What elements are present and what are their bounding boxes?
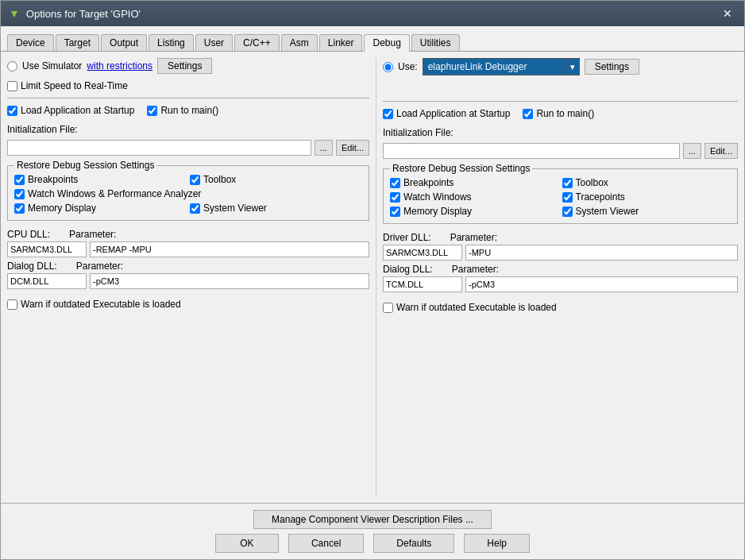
debugger-dropdown-btn[interactable]: ▼ (566, 58, 580, 75)
breakpoints-row-left: Breakpoints (14, 174, 187, 185)
memory-display-checkbox-left[interactable] (14, 203, 25, 214)
tab-linker[interactable]: Linker (319, 34, 363, 51)
init-file-row-right: ... Edit... (383, 143, 738, 159)
breakpoints-label-right: Breakpoints (403, 177, 454, 188)
warn-row-left: Warn if outdated Executable is loaded (7, 299, 369, 310)
watch-windows-checkbox-right[interactable] (390, 192, 400, 203)
restore-group-title-left: Restore Debug Session Settings (14, 160, 156, 171)
use-debugger-radio[interactable] (383, 62, 393, 72)
warn-label-right: Warn if outdated Executable is loaded (396, 302, 557, 313)
dialog-param-input-left[interactable] (90, 273, 369, 289)
tab-asm[interactable]: Asm (281, 34, 318, 51)
dialog-dll-input-left[interactable] (7, 273, 87, 289)
watch-windows-checkbox-left[interactable] (14, 189, 25, 199)
breakpoints-checkbox-right[interactable] (390, 178, 400, 188)
toolbox-row-left: Toolbox (190, 174, 362, 185)
run-to-main-row-right: Run to main() (523, 108, 594, 119)
tab-user[interactable]: User (195, 34, 233, 51)
init-file-label-right: Initialization File: (383, 127, 738, 138)
memory-display-row-right: Memory Display (390, 206, 559, 217)
bottom-bar: Manage Component Viewer Description File… (1, 503, 744, 559)
toolbox-label-right: Toolbox (576, 177, 608, 188)
breakpoints-checkbox-left[interactable] (14, 175, 25, 185)
two-column-layout: Use Simulator with restrictions Settings… (7, 58, 738, 496)
load-app-checkbox-left[interactable] (7, 106, 17, 116)
use-simulator-radio[interactable] (7, 61, 17, 71)
toolbox-checkbox-right[interactable] (562, 178, 573, 188)
dialog-dll-input-right[interactable] (383, 276, 462, 292)
init-browse-left[interactable]: ... (315, 140, 333, 156)
init-browse-right[interactable]: ... (683, 143, 701, 159)
load-app-label-right: Load Application at Startup (396, 108, 510, 119)
system-viewer-checkbox-right[interactable] (562, 207, 573, 217)
right-column: Use: elaphureLink Debugger ▼ Settings (376, 58, 738, 496)
tab-cpp[interactable]: C/C++ (234, 34, 280, 51)
memory-display-label-left: Memory Display (28, 203, 96, 214)
watch-windows-label-left: Watch Windows & Performance Analyzer (28, 188, 201, 199)
tab-utilities[interactable]: Utilities (411, 34, 460, 51)
system-viewer-checkbox-left[interactable] (190, 203, 200, 214)
simulator-row: Use Simulator with restrictions Settings (7, 58, 369, 74)
tab-device[interactable]: Device (7, 34, 54, 51)
limit-speed-checkbox[interactable] (7, 81, 17, 91)
run-to-main-checkbox-right[interactable] (523, 109, 533, 119)
tab-debug[interactable]: Debug (364, 34, 409, 52)
warn-row-right: Warn if outdated Executable is loaded (383, 302, 738, 313)
defaults-button[interactable]: Defaults (373, 534, 454, 553)
use-label: Use: (398, 61, 418, 72)
left-settings-button[interactable]: Settings (157, 58, 212, 74)
warn-checkbox-left[interactable] (7, 299, 17, 310)
app-icon: ▼ (9, 7, 20, 20)
run-to-main-label-left: Run to main() (160, 105, 218, 116)
tab-listing[interactable]: Listing (149, 34, 194, 51)
right-settings-button[interactable]: Settings (585, 59, 639, 75)
load-app-row-right: Load Application at Startup (383, 108, 510, 119)
cancel-button[interactable]: Cancel (288, 534, 364, 553)
cpu-dll-input[interactable] (7, 241, 87, 257)
system-viewer-label-right: System Viewer (576, 206, 639, 217)
manage-btn[interactable]: Manage Component Viewer Description File… (253, 510, 492, 529)
driver-dll-input[interactable] (383, 245, 462, 261)
tabs-row: Device Target Output Listing User C/C++ … (1, 26, 744, 52)
debugger-select[interactable]: elaphureLink Debugger (423, 58, 566, 75)
warn-checkbox-right[interactable] (383, 303, 393, 313)
system-viewer-row-left: System Viewer (190, 203, 362, 214)
dll-section-left: CPU DLL: Parameter: Dialog DLL: Paramete… (7, 229, 369, 292)
memory-display-row-left: Memory Display (14, 203, 187, 214)
driver-dll-label: Driver DLL: (383, 232, 431, 243)
memory-display-checkbox-right[interactable] (390, 207, 400, 217)
restore-options-left: Breakpoints Toolbox Watch Windows & Perf… (14, 174, 362, 215)
toolbox-checkbox-left[interactable] (190, 175, 200, 185)
init-edit-left[interactable]: Edit... (336, 140, 369, 156)
toolbox-row-right: Toolbox (562, 177, 731, 188)
tracepoints-row-right: Tracepoints (562, 191, 731, 203)
watch-windows-row-right: Watch Windows (390, 191, 559, 203)
main-content: Use Simulator with restrictions Settings… (1, 52, 744, 503)
driver-param-input[interactable] (465, 245, 738, 261)
init-file-input-right[interactable] (383, 143, 680, 159)
run-to-main-checkbox-left[interactable] (147, 106, 157, 116)
debugger-value: elaphureLink Debugger (428, 61, 527, 72)
load-app-label-left: Load Application at Startup (21, 105, 134, 116)
dialog-param-input-right[interactable] (465, 276, 738, 292)
driver-param-label: Parameter: (450, 232, 497, 243)
dialog-param-label-left: Parameter: (76, 261, 123, 272)
cpu-param-label: Parameter: (69, 229, 116, 240)
dialog: ▼ Options for Target 'GPIO' ✕ Device Tar… (0, 0, 745, 560)
tab-target[interactable]: Target (56, 34, 99, 51)
help-button[interactable]: Help (464, 534, 530, 553)
cpu-param-input[interactable] (90, 241, 369, 257)
tracepoints-label-right: Tracepoints (576, 191, 625, 203)
init-edit-right[interactable]: Edit... (704, 143, 738, 159)
close-button[interactable]: ✕ (719, 5, 736, 22)
ok-button[interactable]: OK (215, 534, 279, 553)
memory-display-label-right: Memory Display (403, 206, 472, 217)
limit-speed-label: Limit Speed to Real-Time (21, 80, 128, 91)
restrictions-link[interactable]: with restrictions (87, 60, 152, 71)
dialog-param-label-right: Parameter: (452, 264, 499, 275)
load-app-checkbox-right[interactable] (383, 109, 393, 119)
watch-windows-label-right: Watch Windows (403, 191, 472, 203)
tab-output[interactable]: Output (101, 34, 147, 51)
init-file-input-left[interactable] (7, 140, 311, 156)
tracepoints-checkbox-right[interactable] (562, 192, 573, 203)
